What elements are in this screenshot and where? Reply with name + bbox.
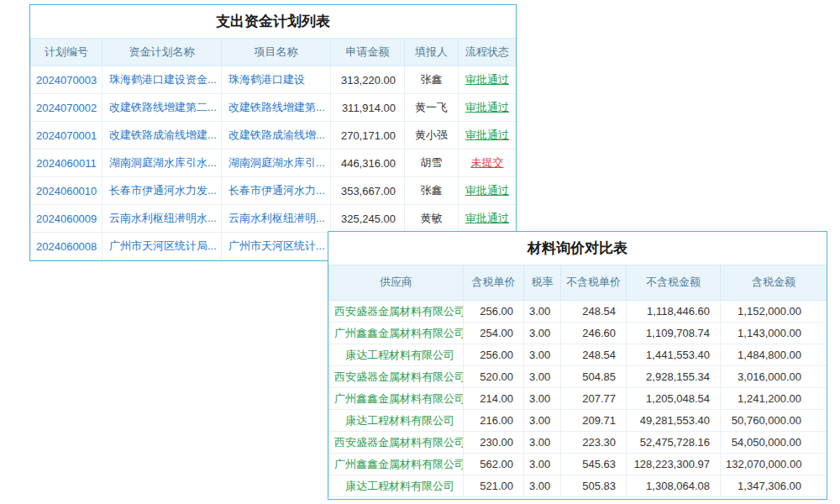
reporter-value: 张鑫 [405, 177, 459, 205]
amount-without-tax-value: 128,223,300.97 [627, 454, 721, 475]
reporter-value: 黄一飞 [405, 94, 459, 122]
col-header-amount-without-tax: 不含税金额 [627, 265, 721, 301]
apply-amount-value: 270,171.00 [331, 122, 405, 150]
unit-price-without-tax-value: 504.85 [561, 366, 627, 388]
apply-amount-value: 353,667.00 [331, 177, 405, 205]
status-link[interactable]: 审批通过 [465, 212, 509, 224]
status-link[interactable]: 审批通过 [465, 184, 509, 197]
quote-table-row: 康达工程材料有限公司 216.00 3.00 209.71 49,281,553… [329, 410, 827, 432]
amount-with-tax-value: 1,241,200.00 [721, 388, 827, 410]
plan-name-link[interactable]: 珠海鹤港口建设资金... [109, 73, 217, 86]
supplier-link[interactable]: 西安盛器金属材料有限公司 [334, 305, 464, 318]
unit-price-without-tax-value: 248.54 [561, 301, 627, 323]
unit-price-with-tax-value: 256.00 [464, 344, 524, 366]
quote-table-row: 西安盛器金属材料有限公司 230.00 3.00 223.30 52,475,7… [329, 432, 827, 454]
amount-without-tax-value: 1,441,553.40 [627, 344, 721, 366]
unit-price-without-tax-value: 223.30 [561, 432, 627, 454]
reporter-value: 黄敏 [405, 205, 459, 233]
supplier-link[interactable]: 西安盛器金属材料有限公司 [334, 370, 464, 383]
plan-id-link[interactable]: 2024060009 [36, 213, 97, 225]
col-header-unit-price-with-tax: 含税单价 [464, 265, 524, 301]
quote-table-row: 广州鑫鑫金属材料有限公司 562.00 3.00 545.63 128,223,… [329, 454, 827, 475]
unit-price-with-tax-value: 521.00 [464, 475, 524, 497]
col-header-amount-with-tax: 含税金额 [721, 265, 827, 301]
col-header-project-name: 项目名称 [222, 39, 331, 66]
supplier-link[interactable]: 康达工程材料有限公司 [345, 414, 454, 427]
plan-id-link[interactable]: 2024070003 [36, 74, 97, 87]
amount-without-tax-value: 1,109,708.74 [627, 323, 721, 344]
plan-name-link[interactable]: 云南水利枢纽潜明水... [109, 212, 217, 224]
col-header-unit-price-without-tax: 不含税单价 [561, 265, 627, 301]
col-header-plan-name: 资金计划名称 [102, 39, 222, 66]
plan-name-link[interactable]: 改建铁路线增建第二... [109, 101, 217, 113]
unit-price-with-tax-value: 216.00 [464, 410, 524, 432]
tax-rate-value: 3.00 [524, 454, 561, 475]
quote-table-row: 西安盛器金属材料有限公司 256.00 3.00 248.54 1,118,44… [329, 301, 827, 323]
tax-rate-value: 3.00 [524, 388, 561, 410]
unit-price-without-tax-value: 545.63 [561, 454, 627, 475]
amount-without-tax-value: 2,928,155.34 [627, 366, 721, 388]
unit-price-without-tax-value: 246.60 [561, 323, 627, 344]
tax-rate-value: 3.00 [524, 301, 561, 323]
status-link[interactable]: 未提交 [471, 156, 504, 169]
project-name-link[interactable]: 湖南洞庭湖水库引... [228, 156, 325, 169]
unit-price-with-tax-value: 562.00 [464, 454, 524, 475]
supplier-link[interactable]: 广州鑫鑫金属材料有限公司 [334, 392, 464, 405]
quote-table-header-row: 供应商 含税单价 税率 不含税单价 不含税金额 含税金额 [329, 265, 827, 301]
plan-name-link[interactable]: 长春市伊通河水力发... [109, 184, 217, 197]
plan-name-link[interactable]: 广州市天河区统计局... [109, 239, 217, 252]
expense-table-header-row: 计划编号 资金计划名称 项目名称 申请金额 填报人 流程状态 [31, 39, 517, 66]
col-header-status: 流程状态 [459, 39, 517, 66]
expense-table-row: 2024070002 改建铁路线增建第二... 改建铁路线增建第... 311,… [31, 94, 517, 122]
amount-without-tax-value: 1,308,064.08 [627, 475, 721, 497]
col-header-plan-id: 计划编号 [31, 39, 102, 66]
project-name-link[interactable]: 珠海鹤港口建设 [228, 73, 305, 86]
quote-table-row: 广州鑫鑫金属材料有限公司 214.00 3.00 207.77 1,205,04… [329, 388, 827, 410]
tax-rate-value: 3.00 [524, 475, 561, 497]
unit-price-with-tax-value: 214.00 [464, 388, 524, 410]
unit-price-without-tax-value: 209.71 [561, 410, 627, 432]
expense-plan-table: 计划编号 资金计划名称 项目名称 申请金额 填报人 流程状态 202407000… [30, 38, 517, 260]
unit-price-with-tax-value: 254.00 [464, 323, 524, 344]
project-name-link[interactable]: 改建铁路成渝线增... [228, 129, 325, 141]
unit-price-without-tax-value: 207.77 [561, 388, 627, 410]
plan-id-link[interactable]: 2024060011 [36, 157, 96, 170]
plan-id-link[interactable]: 2024070002 [36, 102, 97, 114]
expense-table-row: 2024060011 湖南洞庭湖水库引水... 湖南洞庭湖水库引... 446,… [31, 150, 517, 177]
supplier-link[interactable]: 康达工程材料有限公司 [345, 349, 454, 361]
supplier-link[interactable]: 康达工程材料有限公司 [345, 480, 454, 492]
project-name-link[interactable]: 云南水利枢纽潜明... [228, 212, 325, 224]
unit-price-without-tax-value: 505.83 [561, 475, 627, 497]
supplier-link[interactable]: 西安盛器金属材料有限公司 [334, 436, 464, 449]
reporter-value: 黄小强 [405, 122, 459, 150]
reporter-value: 胡雪 [405, 150, 459, 177]
material-quote-table: 供应商 含税单价 税率 不含税单价 不含税金额 含税金额 西安盛器金属材料有限公… [328, 265, 827, 497]
amount-with-tax-value: 3,016,000.00 [721, 366, 827, 388]
plan-id-link[interactable]: 2024070001 [36, 129, 97, 142]
unit-price-with-tax-value: 256.00 [464, 301, 524, 323]
status-link[interactable]: 审批通过 [465, 129, 509, 141]
expense-table-row: 2024070003 珠海鹤港口建设资金... 珠海鹤港口建设 313,220.… [31, 66, 517, 94]
status-link[interactable]: 审批通过 [465, 101, 509, 113]
amount-with-tax-value: 54,050,000.00 [721, 432, 827, 454]
col-header-reporter: 填报人 [405, 39, 459, 66]
supplier-link[interactable]: 广州鑫鑫金属材料有限公司 [334, 327, 464, 339]
quote-table-row: 康达工程材料有限公司 521.00 3.00 505.83 1,308,064.… [329, 475, 827, 497]
plan-id-link[interactable]: 2024060008 [36, 240, 97, 253]
amount-without-tax-value: 1,118,446.60 [627, 301, 721, 323]
tax-rate-value: 3.00 [524, 410, 561, 432]
expense-table-row: 2024070001 改建铁路成渝线增建... 改建铁路成渝线增... 270,… [31, 122, 517, 150]
supplier-link[interactable]: 广州鑫鑫金属材料有限公司 [334, 458, 464, 470]
status-link[interactable]: 审批通过 [465, 73, 509, 86]
plan-name-link[interactable]: 湖南洞庭湖水库引水... [109, 156, 217, 169]
plan-name-link[interactable]: 改建铁路成渝线增建... [109, 129, 217, 141]
apply-amount-value: 313,220.00 [331, 66, 405, 94]
project-name-link[interactable]: 改建铁路线增建第... [228, 101, 325, 113]
plan-id-link[interactable]: 2024060010 [36, 185, 97, 197]
tax-rate-value: 3.00 [524, 366, 561, 388]
project-name-link[interactable]: 长春市伊通河水力... [228, 184, 325, 197]
unit-price-with-tax-value: 520.00 [464, 366, 524, 388]
project-name-link[interactable]: 广州市天河区统计... [228, 239, 325, 252]
expense-plan-panel: 支出资金计划列表 计划编号 资金计划名称 项目名称 申请金额 填报人 流程状态 … [29, 4, 517, 261]
quote-table-row: 广州鑫鑫金属材料有限公司 254.00 3.00 246.60 1,109,70… [329, 323, 827, 344]
